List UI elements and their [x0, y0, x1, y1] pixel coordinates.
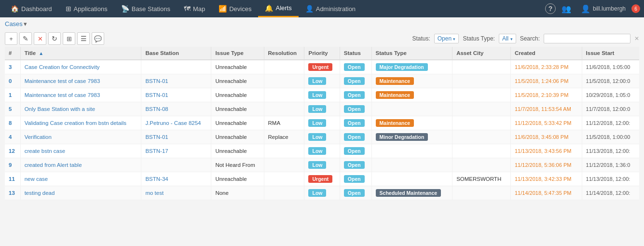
devices-icon: 📶	[219, 5, 227, 13]
cell-id[interactable]: 3	[5, 60, 20, 74]
col-base-station[interactable]: Base Station	[141, 47, 211, 60]
status-type-badge: Major Degradation	[376, 63, 428, 71]
cell-base-station[interactable]: BSTN-17	[141, 144, 211, 158]
nav-applications[interactable]: ⊞ Applications	[59, 0, 114, 17]
col-created[interactable]: Created	[510, 47, 582, 60]
cell-resolution	[264, 144, 304, 158]
type-filter[interactable]: All ▾	[499, 34, 516, 43]
cell-title[interactable]: created from Alert table	[20, 158, 141, 172]
cell-issue-type: Unreachable	[211, 144, 264, 158]
search-clear-icon[interactable]: ✕	[634, 35, 639, 42]
cell-base-station[interactable]: BSTN-08	[141, 102, 211, 116]
cell-status: Open	[340, 186, 371, 200]
table-row: 11 new case BSTN-34 Unreachable Urgent O…	[5, 172, 639, 186]
export-button[interactable]: ⊞	[63, 32, 75, 45]
col-title[interactable]: Title ▲	[20, 47, 141, 60]
col-asset-city[interactable]: Asset City	[452, 47, 511, 60]
nav-username: bill.lumbergh	[593, 5, 626, 12]
col-resolution[interactable]: Resolution	[264, 47, 304, 60]
nav-dashboard[interactable]: 🏠 Dashboard	[4, 0, 59, 17]
nav-basestations[interactable]: 📡 Base Stations	[114, 0, 177, 17]
cell-title[interactable]: testing dead	[20, 186, 141, 200]
cell-id[interactable]: 4	[5, 130, 20, 144]
delete-button[interactable]: ✕	[34, 32, 46, 45]
cell-base-station[interactable]	[141, 60, 211, 74]
cell-created: 11/13/2018, 3:42:33 PM	[510, 172, 582, 186]
cell-id[interactable]: 1	[5, 88, 20, 102]
cell-base-station[interactable]: BSTN-01	[141, 88, 211, 102]
col-id[interactable]: #	[5, 47, 20, 60]
nav-devices-label: Devices	[229, 5, 251, 13]
toolbar: + ✎ ✕ ↻ ⊞ ☰ 💬 Status: Open ▾ Status Type…	[0, 30, 644, 47]
col-issue-type[interactable]: Issue Type	[211, 47, 264, 60]
cell-base-station[interactable]: mo test	[141, 186, 211, 200]
applications-icon: ⊞	[66, 5, 71, 13]
nav-devices[interactable]: 📶 Devices	[212, 0, 258, 17]
cell-created: 11/6/2018, 2:33:28 PM	[510, 60, 582, 74]
cell-id[interactable]: 0	[5, 74, 20, 88]
cell-id[interactable]: 5	[5, 102, 20, 116]
cell-issue-type: None	[211, 186, 264, 200]
cell-id[interactable]: 13	[5, 186, 20, 200]
refresh-button[interactable]: ↻	[48, 32, 61, 45]
search-input[interactable]	[544, 34, 630, 43]
cell-base-station[interactable]: J.Petruno - Case 8254	[141, 116, 211, 130]
alert-badge: 6	[631, 4, 640, 13]
cell-priority: Low	[304, 74, 340, 88]
nav-administration-label: Administration	[316, 5, 356, 13]
cell-issue-start: 11/13/2018, 12:00:	[582, 172, 639, 186]
nav-user-profile[interactable]: 👤 bill.lumbergh	[577, 4, 630, 14]
add-button[interactable]: +	[5, 32, 17, 45]
col-issue-start[interactable]: Issue Start	[582, 47, 639, 60]
cell-status: Open	[340, 88, 371, 102]
administration-icon: 👤	[305, 5, 314, 13]
cell-title[interactable]: Maintenance test of case 7983	[20, 88, 141, 102]
nav-users[interactable]: 👥	[558, 4, 575, 14]
cell-asset-city	[452, 158, 511, 172]
cell-title[interactable]: Case Creation for Connectivity	[20, 60, 141, 74]
col-status-type[interactable]: Status Type	[371, 47, 452, 60]
table-container: # Title ▲ Base Station Issue Type Resolu…	[0, 47, 644, 200]
status-type-badge: Minor Degradation	[376, 133, 428, 141]
col-priority[interactable]: Priority	[304, 47, 340, 60]
cell-id[interactable]: 11	[5, 172, 20, 186]
cell-title[interactable]: Validating Case creation from bstn detai…	[20, 116, 141, 130]
cell-asset-city	[452, 116, 511, 130]
list-button[interactable]: ☰	[77, 32, 90, 45]
cell-priority: Low	[304, 116, 340, 130]
breadcrumb[interactable]: Cases▾	[0, 17, 644, 30]
nav-map[interactable]: 🗺 Map	[177, 0, 212, 17]
cell-id[interactable]: 9	[5, 158, 20, 172]
col-status[interactable]: Status	[340, 47, 371, 60]
alerts-icon: 🔔	[265, 4, 273, 12]
table-row: 1 Maintenance test of case 7983 BSTN-01 …	[5, 88, 639, 102]
cell-id[interactable]: 8	[5, 116, 20, 130]
cell-base-station[interactable]: BSTN-01	[141, 74, 211, 88]
cell-resolution: RMA	[264, 116, 304, 130]
cell-base-station[interactable]	[141, 158, 211, 172]
cell-priority: Low	[304, 158, 340, 172]
status-filter[interactable]: Open ▾	[434, 34, 459, 43]
nav-alerts[interactable]: 🔔 Alerts	[258, 0, 298, 17]
cell-base-station[interactable]: BSTN-34	[141, 172, 211, 186]
nav-map-label: Map	[193, 5, 205, 13]
cell-status-type: Major Degradation	[371, 60, 452, 74]
comment-button[interactable]: 💬	[92, 32, 104, 45]
table-row: 12 create bstn case BSTN-17 Unreachable …	[5, 144, 639, 158]
toolbar-filters: Status: Open ▾ Status Type: All ▾ Search…	[412, 34, 639, 43]
nav-help[interactable]: ?	[545, 3, 556, 14]
cell-title[interactable]: create bstn case	[20, 144, 141, 158]
search-label: Search:	[520, 35, 540, 42]
cell-status-type	[371, 158, 452, 172]
cell-title[interactable]: Only Base Station with a site	[20, 102, 141, 116]
cell-id[interactable]: 12	[5, 144, 20, 158]
cell-title[interactable]: Verification	[20, 130, 141, 144]
nav-administration[interactable]: 👤 Administration	[299, 0, 362, 17]
cell-title[interactable]: Maintenance test of case 7983	[20, 74, 141, 88]
nav-alerts-label: Alerts	[275, 4, 291, 12]
cell-priority: Urgent	[304, 172, 340, 186]
edit-button[interactable]: ✎	[19, 32, 32, 45]
cell-base-station[interactable]: BSTN-01	[141, 130, 211, 144]
cell-status-type: Scheduled Maintenance	[371, 186, 452, 200]
cell-title[interactable]: new case	[20, 172, 141, 186]
